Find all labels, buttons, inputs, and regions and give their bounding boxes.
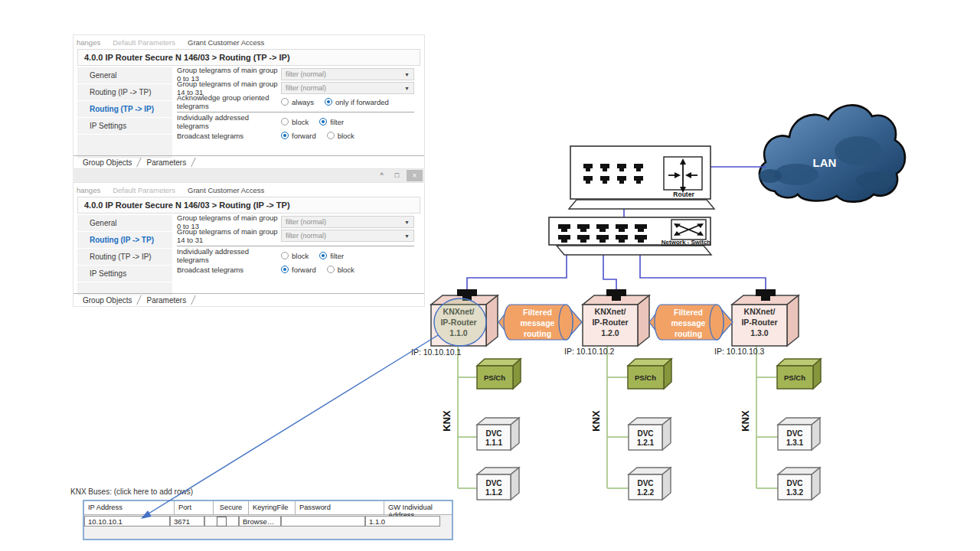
dvc-2-1-addr: 1.2.1	[637, 439, 655, 447]
divider	[177, 246, 414, 246]
radio-selected-icon[interactable]	[319, 252, 327, 259]
switch-appliance: Network - Switch	[549, 217, 711, 255]
tab-divider	[191, 295, 196, 305]
secure-checkbox[interactable]	[217, 517, 227, 527]
cell-keyringfile-browse[interactable]: Browse…	[239, 516, 281, 527]
tab-group-objects[interactable]: Group Objects	[83, 296, 132, 305]
menu-default-parameters[interactable]: Default Parameters	[113, 38, 175, 47]
table-header-row: IP Address Port Secure KeyringFile Passw…	[84, 501, 452, 515]
router-appliance: Router	[569, 146, 714, 209]
filter-dropdown[interactable]: filter (normal) ▼	[281, 68, 414, 80]
tab-parameters[interactable]: Parameters	[146, 158, 186, 167]
filter-dropdown[interactable]: filter (normal) ▼	[281, 230, 414, 242]
radio-selected-icon[interactable]	[325, 98, 332, 106]
bus-1-label: KNX	[441, 410, 452, 432]
window-titlebar: ^ □ ×	[73, 169, 425, 182]
pipe-1-line2: message	[521, 318, 555, 328]
nav-routing-tp-ip[interactable]: Routing (TP -> IP)	[77, 249, 172, 265]
dvc-2-2-addr: 1.2.2	[637, 488, 655, 497]
cell-secure	[204, 516, 239, 527]
menu-grant-customer-access[interactable]: Grant Customer Access	[188, 186, 264, 194]
table-row: 10.10.10.1 3671 Browse… 1.1.0	[84, 515, 452, 527]
param-label: Group telegrams of main group 14 to 31	[177, 227, 281, 244]
param-label: Individually addressed telegrams	[177, 113, 281, 130]
radio-icon[interactable]	[327, 266, 335, 273]
radio-block[interactable]: block	[281, 252, 309, 260]
tab-group-objects[interactable]: Group Objects	[83, 158, 132, 167]
cell-ip-address[interactable]: 10.10.10.1	[84, 516, 170, 527]
bus-3-label: KNX	[740, 410, 751, 432]
knx-router-3-line1: KNXnet/	[744, 307, 776, 316]
radio-block[interactable]: block	[327, 266, 354, 274]
nav-routing-tp-ip[interactable]: Routing (TP -> IP)	[77, 101, 172, 117]
nav-routing-ip-tp[interactable]: Routing (IP -> TP)	[77, 84, 172, 100]
dvc-3-2-addr: 1.3.2	[786, 488, 804, 497]
nav-ip-settings[interactable]: IP Settings	[77, 266, 172, 282]
dvc-1-2-addr: 1.1.2	[485, 488, 503, 497]
knx-router-1-line2: IP-Router	[440, 318, 476, 327]
header-port: Port	[175, 501, 214, 515]
dvc-1-1-label: DVC	[485, 429, 501, 438]
parameter-content: Group telegrams of main group 0 to 13 fi…	[172, 66, 420, 158]
radio-icon[interactable]	[281, 98, 289, 106]
param-label: Broadcast telegrams	[177, 266, 281, 274]
radio-filter[interactable]: filter	[319, 252, 344, 260]
radio-icon[interactable]	[281, 118, 289, 126]
switch-label: Network - Switch	[662, 239, 711, 246]
radio-selected-icon[interactable]	[319, 118, 327, 126]
radio-block[interactable]: block	[327, 132, 354, 140]
knx-router-1-line3: 1.1.0	[449, 328, 468, 337]
nav-routing-ip-tp[interactable]: Routing (IP -> TP)	[77, 232, 172, 248]
param-label: Individually addressed telegrams	[177, 247, 281, 264]
menu-grant-customer-access[interactable]: Grant Customer Access	[188, 38, 264, 47]
filter-dropdown[interactable]: filter (normal) ▼	[281, 82, 414, 94]
radio-forward[interactable]: forward	[281, 132, 316, 140]
nav-general[interactable]: General	[77, 67, 172, 83]
knx-router-2-line2: IP-Router	[592, 318, 628, 327]
knx-buses-caption[interactable]: KNX Buses: (click here to add rows)	[70, 487, 193, 496]
bottom-tabs: Group Objects Parameters	[74, 293, 424, 306]
radio-selected-icon[interactable]	[281, 266, 289, 273]
maximize-icon[interactable]: □	[391, 171, 403, 181]
tab-parameters[interactable]: Parameters	[146, 296, 186, 305]
knx-router-2	[583, 289, 649, 346]
nav-general[interactable]: General	[77, 215, 172, 231]
router-3-ip: IP: 10.10.10.3	[714, 347, 765, 356]
close-icon[interactable]: ×	[407, 170, 423, 181]
menu-changes[interactable]: hanges	[77, 186, 100, 194]
ps-box-3	[777, 359, 821, 389]
knx-bus-lines	[458, 346, 778, 488]
radio-forward[interactable]: forward	[281, 266, 316, 274]
radio-only-if-forwarded[interactable]: only if forwarded	[325, 98, 389, 106]
menu-changes[interactable]: hanges	[77, 38, 100, 47]
ps-box-1	[477, 359, 521, 389]
router-ports-icon	[583, 164, 643, 184]
dvc-box-1-2	[477, 468, 519, 500]
menu-default-parameters[interactable]: Default Parameters	[113, 186, 175, 194]
radio-icon[interactable]	[281, 252, 289, 259]
pipe-1-line3: routing	[524, 329, 551, 338]
dvc-2-2-label: DVC	[637, 479, 653, 487]
header-password: Password	[296, 501, 384, 515]
parameter-nav: General Routing (IP -> TP) Routing (TP -…	[77, 214, 172, 295]
radio-selected-icon[interactable]	[281, 132, 289, 139]
bottom-tabs: Group Objects Parameters	[74, 155, 424, 168]
pipe-2-line1: Filtered	[674, 308, 703, 317]
radio-icon[interactable]	[327, 132, 335, 139]
radio-always[interactable]: always	[281, 98, 314, 106]
filter-dropdown[interactable]: filter (normal) ▼	[281, 216, 414, 228]
parameter-nav: General Routing (IP -> TP) Routing (TP -…	[77, 66, 172, 158]
radio-filter[interactable]: filter	[319, 118, 344, 126]
radio-block[interactable]: block	[281, 118, 309, 126]
cell-gw-individual-address[interactable]: 1.1.0	[365, 516, 440, 527]
nav-ip-settings[interactable]: IP Settings	[77, 118, 172, 134]
menubar: hanges Default Parameters Grant Customer…	[74, 183, 424, 196]
parameter-page-title: 4.0.0 IP Router Secure N 146/03 > Routin…	[77, 49, 420, 66]
router-label: Router	[673, 191, 694, 198]
ps-2-label: PS/Ch	[635, 373, 656, 382]
cell-password[interactable]	[281, 516, 365, 527]
collapse-icon[interactable]: ^	[376, 171, 387, 181]
cell-port[interactable]: 3671	[170, 516, 204, 527]
lan-cloud: LAN	[759, 105, 905, 201]
header-ip-address: IP Address	[84, 501, 175, 515]
